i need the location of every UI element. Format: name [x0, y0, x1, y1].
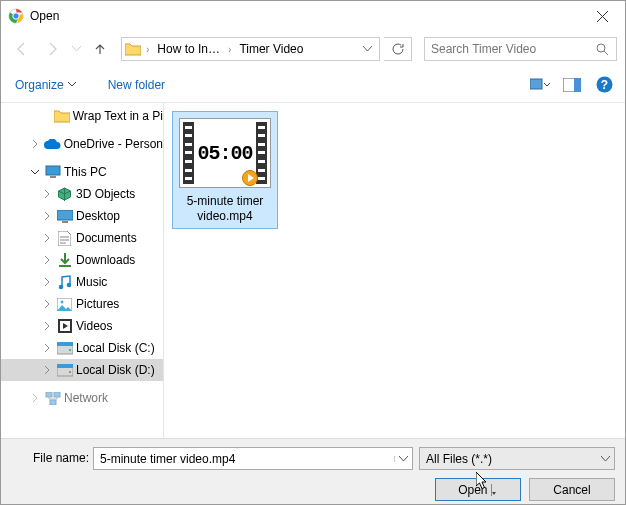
tree-item[interactable]: Local Disk (C:) — [1, 337, 163, 359]
refresh-button[interactable] — [384, 37, 412, 61]
tree-caret-icon[interactable] — [29, 394, 41, 402]
downloads-icon — [56, 252, 73, 269]
svg-rect-30 — [491, 484, 492, 496]
network-icon — [44, 390, 61, 407]
tree-item[interactable]: Pictures — [1, 293, 163, 315]
tree-item-label: 3D Objects — [76, 187, 135, 201]
search-icon[interactable] — [588, 42, 616, 56]
tree-caret-icon[interactable] — [41, 344, 53, 352]
filter-label: All Files (*.*) — [426, 452, 492, 466]
chevron-down-icon — [596, 456, 614, 462]
tree-item-label: Local Disk (D:) — [76, 363, 155, 377]
svg-text:?: ? — [600, 78, 607, 92]
chevron-right-icon[interactable]: › — [226, 44, 233, 55]
tree-item[interactable]: Documents — [1, 227, 163, 249]
disk-icon — [56, 340, 73, 357]
address-history-caret[interactable] — [357, 46, 377, 52]
open-button[interactable]: Open — [435, 478, 521, 501]
recent-locations-caret[interactable] — [69, 46, 83, 52]
back-button[interactable] — [9, 36, 35, 62]
view-options-button[interactable] — [529, 74, 551, 96]
organize-label: Organize — [15, 78, 64, 92]
tree-caret-icon[interactable] — [29, 140, 41, 148]
onedrive-icon — [44, 136, 61, 153]
tree-caret-icon[interactable] — [41, 212, 53, 220]
breadcrumb-segment[interactable]: Timer Video — [235, 41, 307, 57]
chevron-down-icon — [68, 82, 76, 87]
3d-icon — [56, 186, 73, 203]
organize-menu[interactable]: Organize — [11, 75, 80, 95]
tree-item[interactable]: Wrap Text in a Pi — [1, 105, 163, 127]
tree-item[interactable]: 3D Objects — [1, 183, 163, 205]
svg-point-15 — [67, 282, 71, 287]
nav-bar: › How to In… › Timer Video — [1, 31, 625, 67]
tree-item[interactable]: Desktop — [1, 205, 163, 227]
svg-point-22 — [69, 349, 71, 351]
svg-point-17 — [61, 300, 64, 303]
folder-icon — [54, 108, 70, 125]
forward-button[interactable] — [39, 36, 65, 62]
body-area: Wrap Text in a PiOneDrive - PersonThis P… — [1, 103, 625, 438]
desktop-icon — [56, 208, 73, 225]
file-item[interactable]: 05:00 5-minute timervideo.mp4 — [172, 111, 278, 229]
filename-combo[interactable] — [93, 447, 413, 470]
svg-rect-21 — [57, 342, 73, 346]
svg-rect-11 — [57, 210, 73, 220]
filename-label: File name: — [29, 451, 89, 465]
tree-caret-icon[interactable] — [41, 278, 53, 286]
cancel-button[interactable]: Cancel — [529, 478, 615, 501]
new-folder-button[interactable]: New folder — [104, 75, 169, 95]
tree-item-label: Music — [76, 275, 107, 289]
help-button[interactable]: ? — [593, 74, 615, 96]
footer: File name: All Files (*.*) Open Cancel — [1, 438, 625, 505]
chevron-right-icon[interactable]: › — [144, 44, 151, 55]
svg-point-25 — [69, 371, 71, 373]
close-button[interactable] — [580, 1, 625, 31]
title-bar: Open — [1, 1, 625, 31]
tree-item-label: This PC — [64, 165, 107, 179]
tree-item[interactable]: OneDrive - Person — [1, 133, 163, 155]
tree-item-label: Network — [64, 391, 108, 405]
split-caret-icon — [491, 484, 498, 496]
tree-item-label: Desktop — [76, 209, 120, 223]
up-button[interactable] — [87, 36, 113, 62]
breadcrumb-segment[interactable]: How to In… — [153, 41, 224, 57]
tree-item-label: OneDrive - Person — [64, 137, 163, 151]
tree-item[interactable]: Music — [1, 271, 163, 293]
file-pane[interactable]: 05:00 5-minute timervideo.mp4 — [164, 103, 625, 438]
tree-caret-icon[interactable] — [41, 366, 53, 374]
tree-caret-icon[interactable] — [41, 256, 53, 264]
documents-icon — [56, 230, 73, 247]
preview-pane-button[interactable] — [561, 74, 583, 96]
tree-item-label: Documents — [76, 231, 137, 245]
file-type-filter[interactable]: All Files (*.*) — [419, 447, 615, 470]
tree-caret-icon[interactable] — [29, 168, 41, 176]
thispc-icon — [44, 164, 61, 181]
svg-rect-24 — [57, 364, 73, 368]
tree-caret-icon[interactable] — [41, 190, 53, 198]
search-input[interactable] — [425, 42, 588, 56]
tree-item[interactable]: Downloads — [1, 249, 163, 271]
window-title: Open — [30, 9, 580, 23]
music-icon — [56, 274, 73, 291]
tree-caret-icon[interactable] — [41, 322, 53, 330]
search-box[interactable] — [424, 37, 617, 61]
svg-rect-9 — [46, 166, 60, 175]
tree-item[interactable]: Network — [1, 387, 163, 409]
file-label: 5-minute timervideo.mp4 — [177, 194, 273, 224]
tree-caret-icon[interactable] — [41, 300, 53, 308]
filename-input[interactable] — [94, 452, 394, 466]
tree-item-label: Downloads — [76, 253, 135, 267]
tree-caret-icon[interactable] — [41, 234, 53, 242]
toolbar: Organize New folder ? — [1, 67, 625, 103]
thumbnail-text: 05:00 — [197, 142, 252, 165]
svg-point-14 — [59, 284, 64, 289]
tree-item[interactable]: This PC — [1, 161, 163, 183]
navigation-tree: Wrap Text in a PiOneDrive - PersonThis P… — [1, 103, 163, 438]
tree-item[interactable]: Videos — [1, 315, 163, 337]
address-bar[interactable]: › How to In… › Timer Video — [121, 37, 380, 61]
disk-icon — [56, 362, 73, 379]
chevron-down-icon[interactable] — [394, 456, 412, 462]
tree-item[interactable]: Local Disk (D:) — [1, 359, 163, 381]
svg-rect-13 — [59, 265, 71, 267]
